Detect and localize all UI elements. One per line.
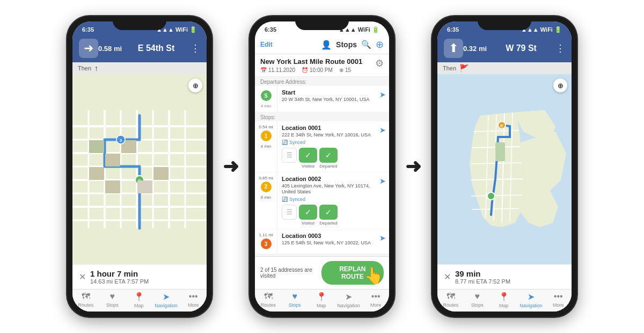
tab-nav-1[interactable]: ➤ Navigation	[155, 292, 178, 308]
stop1-actions: ☰ ✓ Visited ✓ Departed	[282, 148, 372, 169]
map-icon-1: 📍	[134, 292, 144, 302]
svg-marker-30	[521, 132, 566, 196]
stops-icon-2: ♥	[292, 292, 297, 301]
tab-nav-3[interactable]: ➤ Navigation	[519, 292, 543, 308]
stops-footer: 2 of 15 addresses are visited REPLAN ROU…	[255, 256, 389, 289]
stop3-name: Location 0003	[282, 233, 372, 239]
more-icon-3: •••	[554, 292, 563, 301]
svg-rect-18	[89, 167, 104, 180]
eta-sub-1: 14.63 mi ETA 7:57 PM	[90, 278, 149, 285]
stops-body: Departure Address: S 4 min Start 20 W 34…	[255, 77, 389, 256]
stops-icon-3: ♥	[474, 292, 480, 301]
stop-start: S 4 min Start 20 W 34th St, New York, NY…	[255, 86, 389, 112]
stop2-content: Location 0002 405 Lexington Ave, New Yor…	[277, 172, 376, 229]
stop1-departed-btn[interactable]: ✓ Departed	[319, 148, 338, 169]
svg-point-16	[135, 176, 144, 184]
svg-rect-0	[72, 110, 207, 228]
status-time-3: 6:35	[447, 26, 459, 33]
tab-bar-3: 🗺 Routes ♥ Stops 📍 Map ➤ Navigation ••• …	[437, 289, 572, 312]
compass-btn-3[interactable]: ⊕	[553, 78, 567, 92]
stop1-note-btn[interactable]: ☰	[282, 148, 297, 163]
settings-icon[interactable]: ⚙	[375, 57, 384, 69]
tab-routes-3[interactable]: 🗺 Routes	[440, 292, 462, 308]
start-content: Start 20 W 34th St, New York, NY 10001, …	[277, 86, 376, 112]
stop3-time-col: 1.11 mi 3	[255, 229, 277, 254]
tab-routes-1[interactable]: 🗺 Routes	[75, 292, 97, 308]
nav-menu-1[interactable]: ⋮	[191, 42, 200, 54]
svg-line-32	[486, 115, 488, 218]
tab-nav-2[interactable]: ➤ Navigation	[337, 292, 360, 308]
svg-rect-27	[437, 110, 572, 228]
search-icon[interactable]: 🔍	[361, 40, 371, 49]
tab-stops-1[interactable]: ♥ Stops	[101, 292, 123, 308]
stop3-address: 125 E 54th St, New York, NY 10022, USA	[282, 240, 372, 247]
route-meta: 📅 11.11.2020 ⏰ 10:00 PM ⊕ 15	[260, 67, 362, 73]
tab-map-3[interactable]: 📍 Map	[493, 292, 515, 308]
replan-btn[interactable]: REPLAN ROUTE	[321, 261, 384, 285]
svg-text:3: 3	[120, 138, 122, 143]
nav-header-1: ➜ 0.58 mi E 54th St ⋮	[72, 35, 207, 62]
stop2-nav-icon[interactable]: ➤	[376, 172, 389, 229]
phone-1: 6:35 ▲▲▲ WiFi 🔋 ➜ 0.58 mi E 54th St ⋮ Th…	[67, 16, 212, 317]
then-bar-1: Then ↑	[72, 62, 207, 74]
stop2-address: 405 Lexington Ave, New York, NY 10174, U…	[282, 183, 372, 196]
phone-3: 6:35 ▲▲▲ WiFi 🔋 ⬆ 0.32 mi W 79 St ⋮ Then…	[432, 16, 577, 317]
start-address: 20 W 34th St, New York, NY 10001, USA	[282, 97, 372, 103]
stop2-name: Location 0002	[282, 176, 372, 182]
visited-text: 2 of 15 addresses are visited	[260, 267, 321, 279]
svg-line-41	[472, 208, 519, 209]
close-btn-1[interactable]: ✕	[79, 272, 86, 282]
route-time: ⏰ 10:00 PM	[302, 67, 333, 73]
nav-arrow-box-1: ➜	[79, 39, 98, 58]
tab-stops-2[interactable]: ♥ Stops	[284, 292, 305, 308]
tab-more-1[interactable]: ••• More	[182, 292, 204, 308]
status-time-1: 6:35	[82, 26, 94, 33]
svg-line-38	[471, 163, 522, 164]
person-icon: 👤	[321, 40, 332, 50]
start-nav-icon[interactable]: ➤	[376, 86, 389, 112]
nav-arrow-box-3: ⬆	[444, 39, 463, 58]
tab-more-3[interactable]: ••• More	[547, 292, 569, 308]
stop2-time-col: 0.65 mi 2 6 min	[255, 172, 277, 229]
stop1-badge: 1	[261, 131, 272, 141]
route-stops-count: ⊕ 15	[339, 67, 351, 73]
svg-rect-19	[121, 140, 136, 153]
edit-btn[interactable]: Edit	[260, 41, 273, 48]
start-time-col: S 4 min	[255, 86, 277, 112]
nav-menu-3[interactable]: ⋮	[555, 42, 565, 54]
stops-header: Edit 👤 Stops 🔍 ⊕	[255, 35, 389, 54]
close-btn-3[interactable]: ✕	[444, 272, 451, 282]
add-icon[interactable]: ⊕	[376, 39, 384, 50]
stop1-visited-btn[interactable]: ✓ Visited	[299, 148, 317, 169]
stop2-departed-btn[interactable]: ✓ Departed	[319, 205, 338, 226]
nav-header-3: ⬆ 0.32 mi W 79 St ⋮	[437, 35, 572, 62]
stop1-synced: 🔄 Synced	[282, 140, 372, 145]
tab-map-2[interactable]: 📍 Map	[311, 292, 332, 308]
tab-map-1[interactable]: 📍 Map	[128, 292, 150, 308]
svg-rect-23	[137, 180, 152, 193]
stop3-nav-icon[interactable]: ➤	[376, 229, 389, 254]
status-bar-3: 6:35 ▲▲▲ WiFi 🔋	[437, 21, 572, 35]
stop1-time-col: 0.54 mi 1 4 min	[255, 121, 277, 172]
tab-more-2[interactable]: ••• More	[365, 292, 386, 308]
stop2-note-btn[interactable]: ☰	[282, 205, 297, 220]
tab-routes-2[interactable]: 🗺 Routes	[258, 292, 279, 308]
stop2-visited-btn[interactable]: ✓ Visited	[299, 205, 317, 226]
eta-sub-3: 8.77 mi ETA 7:52 PM	[455, 278, 510, 285]
compass-btn-1[interactable]: ⊕	[188, 78, 202, 92]
svg-point-42	[487, 192, 495, 200]
svg-line-35	[510, 113, 513, 222]
svg-rect-20	[89, 140, 104, 153]
stops-title: Stops	[336, 40, 357, 49]
map-icon-3: 📍	[499, 292, 509, 302]
status-bar-1: 6:35 ▲▲▲ WiFi 🔋	[72, 21, 207, 35]
tab-stops-3[interactable]: ♥ Stops	[466, 292, 488, 308]
stops-label: Stops:	[255, 112, 389, 121]
status-bar-2: 6:35 ▲▲▲ WiFi 🔋	[255, 21, 389, 35]
departure-label: Departure Address:	[255, 77, 389, 86]
then-arrow-3: 🚩	[459, 64, 469, 73]
nav-icon-2: ➤	[345, 292, 352, 302]
routes-icon-1: 🗺	[82, 292, 90, 301]
stop1-nav-icon[interactable]: ➤	[376, 121, 389, 172]
arrow-2: ➜	[405, 155, 421, 178]
